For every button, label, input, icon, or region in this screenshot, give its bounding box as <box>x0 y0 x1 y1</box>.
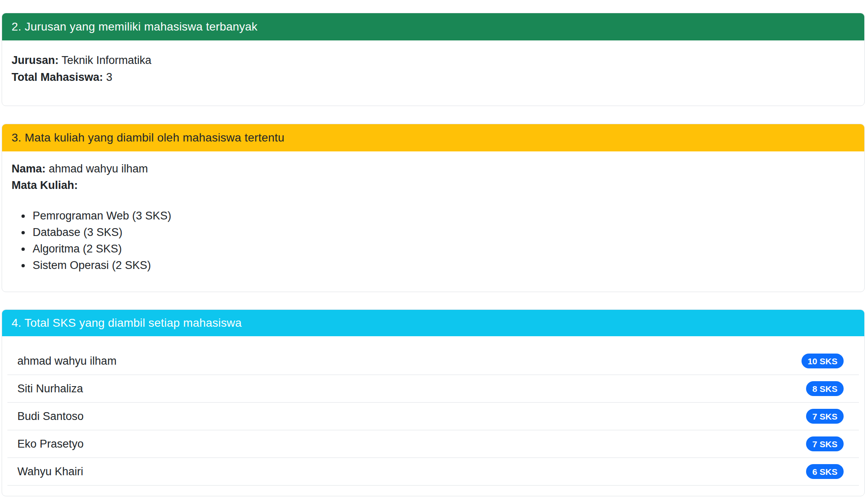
student-row: Wahyu Khairi 6 SKS <box>7 458 859 486</box>
student-name: Eko Prasetyo <box>17 438 84 450</box>
sks-badge: 8 SKS <box>806 381 844 396</box>
sks-badge: 7 SKS <box>806 409 844 424</box>
sks-badge: 10 SKS <box>802 354 844 368</box>
card-student-courses-header: 3. Mata kuliah yang diambil oleh mahasis… <box>2 124 864 151</box>
courses-field: Mata Kuliah: <box>12 177 855 193</box>
student-name: Siti Nurhaliza <box>17 382 83 395</box>
student-name-value: ahmad wahyu ilham <box>49 163 148 175</box>
card-total-sks: 4. Total SKS yang diambil setiap mahasis… <box>2 309 865 496</box>
department-label: Jurusan: <box>12 54 59 66</box>
course-item: Database (3 SKS) <box>31 224 855 241</box>
query-results-page: 2. Jurusan yang memiliki mahasiswa terba… <box>0 0 868 496</box>
total-students-value: 3 <box>106 71 112 83</box>
student-name: Wahyu Khairi <box>17 465 83 478</box>
student-row: Budi Santoso 7 SKS <box>7 403 859 430</box>
sks-list: ahmad wahyu ilham 10 SKS Siti Nurhaliza … <box>7 336 859 496</box>
department-value: Teknik Informatika <box>62 54 152 66</box>
student-name-label: Nama: <box>12 163 46 175</box>
department-field: Jurusan: Teknik Informatika <box>12 52 855 69</box>
card-total-sks-header: 4. Total SKS yang diambil setiap mahasis… <box>2 310 864 336</box>
card-top-department: 2. Jurusan yang memiliki mahasiswa terba… <box>2 13 865 106</box>
course-list: Pemrograman Web (3 SKS) Database (3 SKS)… <box>12 208 855 274</box>
student-row: ahmad wahyu ilham 10 SKS <box>7 347 859 375</box>
student-row: Eko Prasetyo 7 SKS <box>7 430 859 458</box>
card-top-department-header: 2. Jurusan yang memiliki mahasiswa terba… <box>2 13 864 40</box>
course-item: Pemrograman Web (3 SKS) <box>31 208 855 224</box>
total-students-label: Total Mahasiswa: <box>12 71 103 83</box>
courses-label: Mata Kuliah: <box>12 179 78 191</box>
course-item: Algoritma (2 SKS) <box>31 241 855 257</box>
sks-badge: 6 SKS <box>806 464 844 479</box>
course-item: Sistem Operasi (2 SKS) <box>31 257 855 274</box>
sks-badge: 7 SKS <box>806 436 844 451</box>
card-student-courses-body: Nama: ahmad wahyu ilham Mata Kuliah: Pem… <box>2 151 864 292</box>
student-row: Siti Nurhaliza 8 SKS <box>7 375 859 403</box>
card-top-department-body: Jurusan: Teknik Informatika Total Mahasi… <box>2 40 864 106</box>
total-students-field: Total Mahasiswa: 3 <box>12 69 855 86</box>
student-name: Budi Santoso <box>17 410 84 423</box>
student-name: ahmad wahyu ilham <box>17 355 116 368</box>
card-student-courses: 3. Mata kuliah yang diambil oleh mahasis… <box>2 124 865 292</box>
student-name-field: Nama: ahmad wahyu ilham <box>12 160 855 177</box>
